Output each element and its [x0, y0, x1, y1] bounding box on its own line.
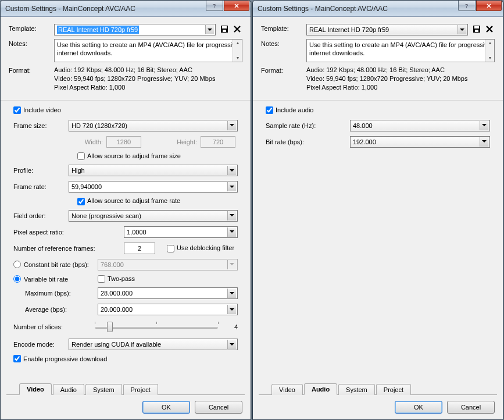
close-button[interactable] [224, 1, 249, 11]
allow-adjust-frame-size-checkbox[interactable]: Allow source to adjust frame size [77, 152, 181, 161]
frame-size-label: Frame size: [13, 122, 69, 129]
deblocking-checkbox[interactable]: Use deblocking filter [167, 244, 234, 252]
tab-system[interactable]: System [338, 384, 375, 395]
tab-project[interactable]: Project [123, 384, 158, 395]
chevron-down-icon [227, 260, 236, 269]
constant-bitrate-radio[interactable]: Constant bit rate (bps): [13, 261, 98, 268]
tab-video[interactable]: Video [19, 383, 52, 395]
format-label: Format: [261, 66, 306, 74]
bit-rate-dropdown[interactable]: 192.000 [350, 136, 490, 148]
profile-label: Profile: [13, 167, 69, 174]
delete-template-icon[interactable] [232, 24, 242, 34]
width-label: Width: [77, 138, 103, 145]
profile-dropdown[interactable]: High [69, 165, 238, 176]
field-order-label: Field order: [13, 212, 69, 219]
chevron-down-icon [457, 25, 466, 34]
chevron-down-icon [227, 289, 236, 298]
close-button[interactable] [476, 1, 502, 11]
titlebar[interactable]: Custom Settings - MainConcept AVC/AAC ? [1, 1, 251, 17]
frame-rate-dropdown[interactable]: 59,940000 [69, 181, 238, 193]
template-label: Template: [9, 24, 54, 32]
notes-textarea[interactable]: Use this setting to create an MP4 (AVC/A… [306, 39, 495, 62]
template-dropdown[interactable]: REAL Internet HD 720p fr59 [306, 24, 468, 35]
tab-project[interactable]: Project [376, 384, 411, 395]
encode-mode-dropdown[interactable]: Render using CUDA if available [69, 339, 238, 350]
svg-text:?: ? [465, 3, 468, 9]
avg-bitrate-label: Average (bps): [25, 306, 98, 313]
format-summary: Audio: 192 Kbps; 48.000 Hz; 16 Bit; Ster… [54, 66, 215, 92]
svg-rect-3 [223, 30, 226, 32]
variable-bitrate-radio[interactable]: Variable bit rate [13, 275, 98, 283]
field-order-dropdown[interactable]: None (progressive scan) [69, 210, 238, 222]
max-bitrate-label: Maximum (bps): [25, 290, 98, 297]
svg-rect-6 [474, 26, 479, 29]
cancel-button[interactable]: Cancel [447, 401, 495, 414]
ref-frames-field[interactable]: 2 [124, 243, 155, 254]
tab-video[interactable]: Video [271, 384, 303, 395]
chevron-down-icon [480, 121, 488, 130]
tab-audio[interactable]: Audio [53, 384, 84, 395]
chevron-down-icon [227, 211, 236, 220]
chevron-down-icon [227, 340, 236, 349]
chevron-down-icon [480, 137, 488, 147]
two-pass-checkbox[interactable]: Two-pass [98, 275, 135, 283]
delete-template-icon[interactable] [484, 24, 495, 34]
height-label: Height: [171, 138, 197, 145]
help-button[interactable]: ? [206, 1, 223, 11]
save-template-icon[interactable] [219, 24, 230, 34]
help-button[interactable]: ? [458, 1, 476, 11]
tab-strip: Video Audio System Project [259, 382, 497, 395]
template-label: Template: [261, 24, 306, 32]
max-bitrate-dropdown[interactable]: 28.000.000 [98, 287, 238, 299]
format-label: Format: [9, 66, 54, 74]
svg-rect-7 [475, 30, 478, 32]
bit-rate-label: Bit rate (bps): [266, 138, 350, 145]
pixel-aspect-dropdown[interactable]: 1,0000 [124, 226, 238, 238]
notes-textarea[interactable]: Use this setting to create an MP4 (AVC/A… [54, 39, 242, 62]
scrollbar[interactable]: ▴▾ [485, 40, 494, 62]
chevron-down-icon [227, 182, 236, 191]
window-title: Custom Settings - MainConcept AVC/AAC [258, 5, 388, 13]
include-audio-checkbox[interactable]: Include audio [266, 106, 313, 114]
chevron-down-icon [227, 121, 236, 130]
svg-rect-2 [222, 26, 227, 29]
notes-label: Notes: [9, 39, 54, 47]
window-title: Custom Settings - MainConcept AVC/AAC [5, 5, 135, 13]
chevron-down-icon [227, 227, 236, 237]
sample-rate-label: Sample rate (Hz): [266, 122, 350, 129]
chevron-down-icon [227, 305, 236, 314]
tab-strip: Video Audio System Project [6, 382, 245, 395]
settings-window-audio: Custom Settings - MainConcept AVC/AAC ? … [252, 0, 503, 420]
chevron-down-icon [205, 25, 214, 34]
frame-size-dropdown[interactable]: HD 720 (1280x720) [69, 120, 238, 131]
encode-mode-label: Encode mode: [13, 341, 69, 348]
allow-adjust-frame-rate-checkbox[interactable]: Allow source to adjust frame rate [77, 197, 180, 205]
notes-label: Notes: [261, 39, 306, 47]
width-field: 1280 [106, 136, 141, 148]
chevron-down-icon [227, 166, 236, 175]
format-summary: Audio: 192 Kbps; 48.000 Hz; 16 Bit; Ster… [306, 66, 467, 92]
tab-system[interactable]: System [85, 384, 122, 395]
slices-value: 4 [224, 323, 238, 330]
pixel-aspect-label: Pixel aspect ratio: [13, 229, 124, 236]
settings-window-video: Custom Settings - MainConcept AVC/AAC ? … [0, 0, 251, 420]
svg-text:?: ? [213, 3, 216, 9]
height-field: 720 [201, 136, 235, 148]
include-video-checkbox[interactable]: Include video [13, 106, 61, 114]
ref-frames-label: Number of reference frames: [13, 245, 124, 252]
template-dropdown[interactable]: REAL Internet HD 720p fr59 [54, 24, 216, 35]
tab-audio[interactable]: Audio [304, 383, 337, 395]
cancel-button[interactable]: Cancel [195, 401, 242, 414]
avg-bitrate-dropdown[interactable]: 20.000.000 [98, 304, 238, 315]
slices-slider[interactable] [95, 320, 218, 334]
save-template-icon[interactable] [471, 24, 482, 34]
titlebar[interactable]: Custom Settings - MainConcept AVC/AAC ? [253, 1, 503, 17]
sample-rate-dropdown[interactable]: 48.000 [350, 120, 490, 131]
enable-progressive-checkbox[interactable]: Enable progressive download [13, 355, 107, 362]
frame-rate-label: Frame rate: [13, 183, 69, 190]
ok-button[interactable]: OK [395, 401, 442, 414]
ok-button[interactable]: OK [142, 401, 190, 414]
constant-bitrate-dropdown: 768.000 [98, 259, 238, 270]
scrollbar[interactable]: ▴▾ [233, 40, 242, 62]
slices-label: Number of slices: [13, 323, 89, 330]
